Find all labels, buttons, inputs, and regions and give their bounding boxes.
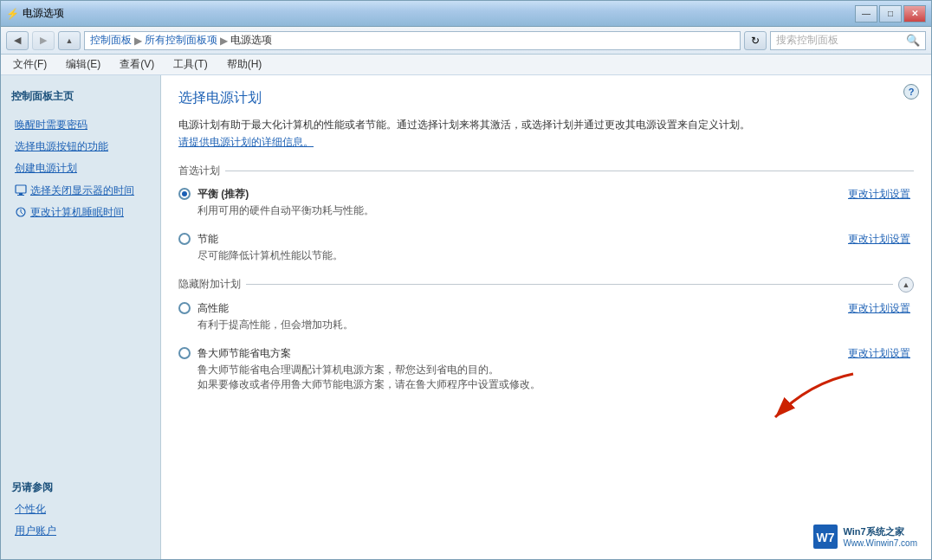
menu-view[interactable]: 查看(V)	[113, 55, 161, 74]
plan-performance-name: 高性能	[197, 301, 229, 316]
sidebar-link-personalize[interactable]: 个性化	[11, 499, 150, 520]
svg-rect-1	[19, 193, 23, 195]
sidebar-link-power-btn[interactable]: 选择电源按钮的功能	[1, 136, 160, 158]
back-button[interactable]: ◀	[6, 31, 29, 50]
plan-performance-header: 高性能 更改计划设置	[178, 301, 914, 316]
content-desc: 电源计划有助于最大化计算机的性能或者节能。通过选择计划来将其激活，或选择计划并通…	[178, 116, 914, 151]
sidebar-link-display[interactable]: 选择关闭显示器的时间	[1, 180, 160, 202]
menu-edit[interactable]: 编辑(E)	[59, 55, 107, 74]
plan-luda-name: 鲁大师节能省电方案	[197, 346, 291, 361]
plan-performance-desc: 有利于提高性能，但会增加功耗。	[178, 318, 914, 332]
svg-rect-2	[17, 195, 24, 196]
plan-luda-radio[interactable]	[178, 347, 191, 359]
section-divider-line-2	[246, 284, 893, 285]
up-button[interactable]: ▲	[58, 31, 81, 50]
plan-luda-change[interactable]: 更改计划设置	[848, 346, 914, 361]
menu-file[interactable]: 文件(F)	[6, 55, 54, 74]
breadcrumb-all-items[interactable]: 所有控制面板项	[145, 33, 217, 48]
search-icon: 🔍	[906, 34, 920, 47]
refresh-button[interactable]: ↻	[744, 31, 767, 50]
plan-luda-desc: 鲁大师节能省电合理调配计算机电源方案，帮您达到省电的目的。如果要修改或者停用鲁大…	[178, 363, 914, 392]
title-bar: ⚡ 电源选项 — □ ✕	[1, 1, 931, 27]
plan-balanced-name: 平衡 (推荐)	[197, 187, 249, 202]
sleep-icon	[15, 206, 27, 218]
sidebar-title: 控制面板主页	[1, 84, 160, 107]
minimize-button[interactable]: —	[855, 5, 877, 23]
plan-performance-change[interactable]: 更改计划设置	[848, 301, 914, 316]
plan-saver-change[interactable]: 更改计划设置	[848, 232, 914, 247]
main-window: ⚡ 电源选项 — □ ✕ ◀ ▶ ▲ 控制面板 ▶ 所有控制面板项 ▶ 电源选项…	[0, 0, 932, 560]
sidebar-link-wakeup[interactable]: 唤醒时需要密码	[1, 114, 160, 136]
close-button[interactable]: ✕	[903, 5, 926, 23]
plan-saver: 节能 更改计划设置 尽可能降低计算机性能以节能。	[178, 232, 914, 263]
window-controls: — □ ✕	[855, 5, 926, 23]
breadcrumb-sep-2: ▶	[220, 35, 228, 47]
watermark-logo: W7	[813, 525, 838, 549]
watermark-text: Win7系统之家	[843, 525, 917, 538]
sidebar-link-create-plan[interactable]: 创建电源计划	[1, 158, 160, 179]
svg-text:W7: W7	[817, 531, 835, 544]
collapse-icon[interactable]: ▲	[898, 277, 914, 293]
plan-balanced: 平衡 (推荐) 更改计划设置 利用可用的硬件自动平衡功耗与性能。	[178, 187, 914, 218]
plan-saver-desc: 尽可能降低计算机性能以节能。	[178, 248, 914, 263]
sidebar-link-user-accounts[interactable]: 用户账户	[11, 520, 150, 542]
sidebar-bottom-title: 另请参阅	[11, 480, 150, 495]
plan-luda-header: 鲁大师节能省电方案 更改计划设置	[178, 346, 914, 361]
title-bar-icon: ⚡	[6, 8, 19, 20]
title-bar-text: ⚡ 电源选项	[6, 6, 855, 21]
address-path[interactable]: 控制面板 ▶ 所有控制面板项 ▶ 电源选项	[84, 31, 741, 50]
plan-balanced-desc: 利用可用的硬件自动平衡功耗与性能。	[178, 203, 914, 218]
plan-performance: 高性能 更改计划设置 有利于提高性能，但会增加功耗。	[178, 301, 914, 332]
breadcrumb-sep-1: ▶	[134, 35, 142, 47]
forward-button[interactable]: ▶	[32, 31, 55, 50]
section1-label: 首选计划	[178, 164, 220, 178]
plan-saver-header: 节能 更改计划设置	[178, 232, 914, 247]
plan-performance-radio[interactable]	[178, 302, 191, 314]
content-title: 选择电源计划	[178, 89, 914, 107]
help-icon[interactable]: ?	[903, 84, 919, 100]
maximize-button[interactable]: □	[879, 5, 902, 23]
monitor-icon	[15, 184, 27, 196]
breadcrumb-control-panel[interactable]: 控制面板	[90, 33, 132, 48]
svg-rect-0	[16, 185, 26, 193]
sidebar-bottom: 另请参阅 个性化 用户账户	[1, 472, 160, 550]
sidebar-link-sleep[interactable]: 更改计算机睡眠时间	[1, 202, 160, 223]
menu-help[interactable]: 帮助(H)	[220, 55, 269, 74]
breadcrumb-current: 电源选项	[230, 33, 272, 48]
watermark-url: Www.Winwin7.com	[843, 538, 917, 548]
plan-saver-name: 节能	[197, 232, 218, 247]
section2-label: 隐藏附加计划	[178, 277, 241, 292]
plan-saver-radio[interactable]	[178, 233, 191, 245]
plan-balanced-radio[interactable]	[178, 188, 191, 200]
plan-luda: 鲁大师节能省电方案 更改计划设置 鲁大师节能省电合理调配计算机电源方案，帮您达到…	[178, 346, 914, 392]
watermark: W7 Win7系统之家 Www.Winwin7.com	[806, 521, 924, 552]
menu-bar: 文件(F) 编辑(E) 查看(V) 工具(T) 帮助(H)	[1, 55, 931, 75]
address-bar: ◀ ▶ ▲ 控制面板 ▶ 所有控制面板项 ▶ 电源选项 ↻ 搜索控制面板 🔍	[1, 27, 931, 55]
plan-balanced-change[interactable]: 更改计划设置	[848, 187, 914, 202]
sidebar: 控制面板主页 唤醒时需要密码 选择电源按钮的功能 创建电源计划 选择关闭显示器的…	[1, 75, 161, 559]
content-desc-link[interactable]: 请提供电源计划的详细信息。	[178, 136, 314, 148]
search-box[interactable]: 搜索控制面板 🔍	[770, 31, 926, 50]
section-divider-line-1	[225, 171, 914, 171]
plan-balanced-header: 平衡 (推荐) 更改计划设置	[178, 187, 914, 202]
section-divider-2: 隐藏附加计划 ▲	[178, 277, 914, 293]
section-divider-1: 首选计划	[178, 164, 914, 178]
menu-tools[interactable]: 工具(T)	[166, 55, 214, 74]
main-layout: 控制面板主页 唤醒时需要密码 选择电源按钮的功能 创建电源计划 选择关闭显示器的…	[1, 75, 931, 559]
search-placeholder: 搜索控制面板	[776, 33, 906, 48]
content-area: ? 选择电源计划 电源计划有助于最大化计算机的性能或者节能。通过选择计划来将其激…	[161, 75, 931, 559]
